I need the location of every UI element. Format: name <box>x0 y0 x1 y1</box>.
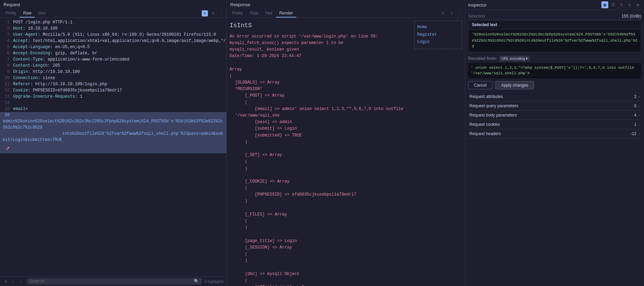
accordion-body-params[interactable]: Request body parameters 4 › <box>468 111 641 120</box>
apply-changes-button[interactable]: Apply changes <box>495 81 534 89</box>
chevron-right-icon-4: › <box>639 131 640 136</box>
accordion-request-attributes[interactable]: Request attributes 2 › <box>468 92 641 101</box>
button-row: Cancel Apply changes <box>468 81 641 89</box>
code-line-7: 7 Content-Type: application/x-www-form-u… <box>0 56 226 63</box>
acc-label-3: Request cookies <box>469 122 500 127</box>
inspector-body: Selection 155 (0x9b) Selected text '%20u… <box>465 10 644 286</box>
request-tab-bar: Pretty Raw Hex ≡ ⌥ ⋮ <box>0 9 226 18</box>
code-line-1: 1 POST /login.php HTTP/1.1 <box>0 19 226 25</box>
inspector-panel: Inspector ▦ ☰ ≡ ✕ ⚙ Selection 155 (0x9b)… <box>465 0 644 286</box>
request-panel: Request Pretty Raw Hex ≡ ⌥ ⋮ 1 POST /log… <box>0 0 227 286</box>
response-title: Response <box>227 0 465 9</box>
code-line-13: 13 Upgrade-Insecure-Requests: 1 <box>0 94 226 100</box>
page-heading: IsIntS <box>230 21 409 31</box>
code-line-3: 3 User-Agent: Mozilla/5.0 (X11; Linux x8… <box>0 32 226 38</box>
acc-count-4: -12 <box>631 131 636 136</box>
accordion-list: Request attributes 2 › Request query par… <box>468 92 641 139</box>
acc-label-0: Request attributes <box>469 94 503 99</box>
back-icon[interactable]: ← <box>10 278 16 285</box>
chevron-right-icon-1: › <box>639 103 640 108</box>
decoded-content: ' union select 1,2,3,"<?php system($_POS… <box>468 63 641 78</box>
datetime: Date/Time: 1-29-2024 22:44:47 <box>230 53 409 59</box>
code-line-15: 15 email= <box>0 106 226 112</box>
acc-label-2: Request body parameters <box>469 113 517 118</box>
wrap-icon[interactable]: ≡ <box>202 10 208 16</box>
code-line-8: 8 Content-Length: 205 <box>0 63 226 69</box>
nav-home[interactable]: Home <box>417 24 459 31</box>
indent-icon[interactable]: ⌥ <box>210 10 216 16</box>
acc-count-0: 2 <box>634 94 636 99</box>
tab-hex-response[interactable]: Hex <box>262 9 276 18</box>
selected-text-content: '%20union%20select%201%2c2%2c3%c3php%20s… <box>468 30 641 52</box>
tab-raw-request[interactable]: Raw <box>20 9 35 18</box>
inspector-settings-icon[interactable]: ⚙ <box>634 1 641 8</box>
search-bar: 🔍 <box>27 278 202 285</box>
error-line2: mysqli_result, boolean given <box>230 46 409 53</box>
inspector-align-icon[interactable]: ≡ <box>618 1 625 8</box>
inspector-icons: ▦ ☰ ≡ ✕ ⚙ <box>601 1 641 8</box>
tab-pretty-response[interactable]: Pretty <box>229 9 246 18</box>
resp-wrap-icon[interactable]: ≡ <box>440 10 446 16</box>
accordion-query-params[interactable]: Request query parameters 0 › <box>468 101 641 111</box>
forward-icon[interactable]: → <box>18 278 24 285</box>
code-line-2: 2 Host: 10.10.10.100 <box>0 25 226 32</box>
acc-label-4: Request headers <box>469 131 501 136</box>
inspector-grid-icon[interactable]: ▦ <box>601 1 608 8</box>
array-dump: Array ( [GLOBALS] => Array *RECURSION* [… <box>230 66 409 286</box>
chevron-right-icon-2: › <box>639 113 640 118</box>
code-line-10: 10 Connection: close <box>0 75 226 81</box>
acc-count-2: 4 <box>634 113 636 118</box>
selection-row: Selection 155 (0x9b) <box>468 13 641 20</box>
cancel-button[interactable]: Cancel <box>468 81 492 89</box>
code-line-4: 4 Accept: text/html,application/xhtml+xm… <box>0 38 226 44</box>
accordion-request-headers[interactable]: Request headers -12 › <box>468 129 641 139</box>
response-inner: IsIntS An error occurred in script '/var… <box>230 21 462 286</box>
tab-hex-request[interactable]: Hex <box>35 9 49 18</box>
acc-count-3: 1 <box>634 122 636 127</box>
code-line-16-highlighted: 16 admin%20union%20select%201%2c2%2c3%c2… <box>0 112 226 153</box>
selection-value: 155 (0x9b) <box>622 14 641 19</box>
search-input[interactable] <box>30 279 192 284</box>
response-tab-bar: Pretty Raw Hex Render ≡ ⌥ ⋮ <box>227 9 465 18</box>
code-line-14: 14 <box>0 100 226 106</box>
acc-label-1: Request query parameters <box>469 103 518 108</box>
nav-box: Home Register Login <box>414 21 462 49</box>
code-line-11: 11 Referer: http://10.10.10.100/login.ph… <box>0 81 226 87</box>
nav-login[interactable]: Login <box>417 38 459 46</box>
tab-render-response[interactable]: Render <box>276 9 296 18</box>
red-arrow-icon: ↗ <box>5 143 10 153</box>
chevron-down-icon: ▾ <box>526 56 528 61</box>
code-line-5: 5 Accept-Language: en-US,en;q=0.5 <box>0 44 226 50</box>
chevron-right-icon-3: › <box>639 122 640 127</box>
chevron-right-icon-0: › <box>639 94 640 99</box>
resp-indent-icon[interactable]: ⌥ <box>448 10 455 16</box>
response-panel: Response Pretty Raw Hex Render ≡ ⌥ ⋮ IsI… <box>227 0 465 286</box>
request-title: Request <box>0 0 226 9</box>
more-icon[interactable]: ⋮ <box>218 10 224 16</box>
request-code-area: 1 POST /login.php HTTP/1.1 2 Host: 10.10… <box>0 18 226 276</box>
decoded-type-dropdown[interactable]: URL encoding ▾ <box>499 56 530 62</box>
code-line-12: 12 Cookie: PHPSESSID=efd0035cjkusebpsl1a… <box>0 87 226 94</box>
selection-label: Selection <box>468 14 485 19</box>
accordion-cookies[interactable]: Request cookies 1 › <box>468 120 641 129</box>
tab-raw-response[interactable]: Raw <box>246 9 262 18</box>
decoded-type-label: URL encoding <box>501 56 525 60</box>
error-line1: An error occurred in script '/var/www/lo… <box>230 33 409 46</box>
highlights-count: 0 highlights <box>204 279 224 284</box>
tab-pretty-request[interactable]: Pretty <box>2 9 20 18</box>
search-icon: 🔍 <box>194 279 199 284</box>
response-tabs: Pretty Raw Hex Render <box>229 9 440 18</box>
response-text-area: IsIntS An error occurred in script '/var… <box>230 21 409 286</box>
nav-register[interactable]: Register <box>417 31 459 39</box>
inspector-title: Inspector <box>468 2 486 8</box>
inspector-close-icon[interactable]: ✕ <box>626 1 633 8</box>
selected-text-header: Selected text <box>468 20 641 30</box>
inspector-header: Inspector ▦ ☰ ≡ ✕ ⚙ <box>465 0 644 10</box>
bottom-action-icons: ⚙ ← → <box>3 278 24 285</box>
code-line-6: 6 Accept-Encoding: gzip, deflate, br <box>0 50 226 56</box>
inspector-list-icon[interactable]: ☰ <box>610 1 617 8</box>
code-line-9: 9 Origin: http://10.10.10.100 <box>0 69 226 75</box>
settings-icon[interactable]: ⚙ <box>3 278 9 285</box>
response-content: IsIntS An error occurred in script '/var… <box>227 18 465 286</box>
resp-more-icon[interactable]: ⋮ <box>457 10 463 16</box>
